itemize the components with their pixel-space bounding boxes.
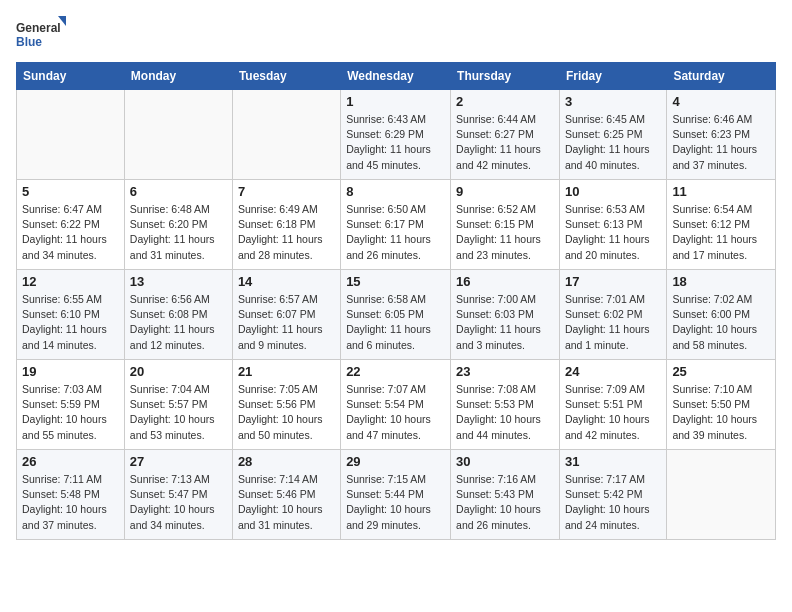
- day-info: Sunrise: 6:55 AM Sunset: 6:10 PM Dayligh…: [22, 292, 119, 353]
- calendar-header: SundayMondayTuesdayWednesdayThursdayFrid…: [17, 63, 776, 90]
- day-of-week-monday: Monday: [124, 63, 232, 90]
- calendar-cell: 22Sunrise: 7:07 AM Sunset: 5:54 PM Dayli…: [341, 360, 451, 450]
- calendar-week-row: 12Sunrise: 6:55 AM Sunset: 6:10 PM Dayli…: [17, 270, 776, 360]
- svg-text:General: General: [16, 21, 61, 35]
- day-number: 11: [672, 184, 770, 199]
- calendar-cell: 25Sunrise: 7:10 AM Sunset: 5:50 PM Dayli…: [667, 360, 776, 450]
- calendar-table: SundayMondayTuesdayWednesdayThursdayFrid…: [16, 62, 776, 540]
- calendar-cell: 12Sunrise: 6:55 AM Sunset: 6:10 PM Dayli…: [17, 270, 125, 360]
- calendar-cell: [17, 90, 125, 180]
- calendar-cell: 5Sunrise: 6:47 AM Sunset: 6:22 PM Daylig…: [17, 180, 125, 270]
- day-info: Sunrise: 7:08 AM Sunset: 5:53 PM Dayligh…: [456, 382, 554, 443]
- day-info: Sunrise: 7:02 AM Sunset: 6:00 PM Dayligh…: [672, 292, 770, 353]
- day-info: Sunrise: 6:50 AM Sunset: 6:17 PM Dayligh…: [346, 202, 445, 263]
- calendar-cell: 30Sunrise: 7:16 AM Sunset: 5:43 PM Dayli…: [451, 450, 560, 540]
- calendar-week-row: 26Sunrise: 7:11 AM Sunset: 5:48 PM Dayli…: [17, 450, 776, 540]
- day-info: Sunrise: 6:48 AM Sunset: 6:20 PM Dayligh…: [130, 202, 227, 263]
- calendar-cell: 24Sunrise: 7:09 AM Sunset: 5:51 PM Dayli…: [559, 360, 666, 450]
- day-number: 19: [22, 364, 119, 379]
- day-number: 2: [456, 94, 554, 109]
- day-info: Sunrise: 6:46 AM Sunset: 6:23 PM Dayligh…: [672, 112, 770, 173]
- day-info: Sunrise: 7:16 AM Sunset: 5:43 PM Dayligh…: [456, 472, 554, 533]
- day-number: 30: [456, 454, 554, 469]
- day-number: 23: [456, 364, 554, 379]
- day-number: 7: [238, 184, 335, 199]
- day-info: Sunrise: 7:15 AM Sunset: 5:44 PM Dayligh…: [346, 472, 445, 533]
- day-info: Sunrise: 7:07 AM Sunset: 5:54 PM Dayligh…: [346, 382, 445, 443]
- general-blue-logo-icon: General Blue: [16, 16, 66, 52]
- calendar-week-row: 1Sunrise: 6:43 AM Sunset: 6:29 PM Daylig…: [17, 90, 776, 180]
- day-info: Sunrise: 7:03 AM Sunset: 5:59 PM Dayligh…: [22, 382, 119, 443]
- day-number: 17: [565, 274, 661, 289]
- day-number: 31: [565, 454, 661, 469]
- calendar-cell: 31Sunrise: 7:17 AM Sunset: 5:42 PM Dayli…: [559, 450, 666, 540]
- svg-text:Blue: Blue: [16, 35, 42, 49]
- day-number: 13: [130, 274, 227, 289]
- calendar-cell: 11Sunrise: 6:54 AM Sunset: 6:12 PM Dayli…: [667, 180, 776, 270]
- days-of-week-row: SundayMondayTuesdayWednesdayThursdayFrid…: [17, 63, 776, 90]
- day-info: Sunrise: 7:11 AM Sunset: 5:48 PM Dayligh…: [22, 472, 119, 533]
- day-number: 28: [238, 454, 335, 469]
- day-of-week-saturday: Saturday: [667, 63, 776, 90]
- day-info: Sunrise: 6:57 AM Sunset: 6:07 PM Dayligh…: [238, 292, 335, 353]
- day-of-week-tuesday: Tuesday: [232, 63, 340, 90]
- day-info: Sunrise: 6:45 AM Sunset: 6:25 PM Dayligh…: [565, 112, 661, 173]
- day-info: Sunrise: 7:10 AM Sunset: 5:50 PM Dayligh…: [672, 382, 770, 443]
- day-of-week-sunday: Sunday: [17, 63, 125, 90]
- day-info: Sunrise: 7:13 AM Sunset: 5:47 PM Dayligh…: [130, 472, 227, 533]
- calendar-week-row: 5Sunrise: 6:47 AM Sunset: 6:22 PM Daylig…: [17, 180, 776, 270]
- calendar-cell: 29Sunrise: 7:15 AM Sunset: 5:44 PM Dayli…: [341, 450, 451, 540]
- calendar-week-row: 19Sunrise: 7:03 AM Sunset: 5:59 PM Dayli…: [17, 360, 776, 450]
- day-info: Sunrise: 6:47 AM Sunset: 6:22 PM Dayligh…: [22, 202, 119, 263]
- day-number: 21: [238, 364, 335, 379]
- day-info: Sunrise: 7:00 AM Sunset: 6:03 PM Dayligh…: [456, 292, 554, 353]
- calendar-cell: 16Sunrise: 7:00 AM Sunset: 6:03 PM Dayli…: [451, 270, 560, 360]
- day-of-week-wednesday: Wednesday: [341, 63, 451, 90]
- day-number: 1: [346, 94, 445, 109]
- calendar-cell: 8Sunrise: 6:50 AM Sunset: 6:17 PM Daylig…: [341, 180, 451, 270]
- page-header: General Blue: [16, 16, 776, 52]
- day-info: Sunrise: 6:58 AM Sunset: 6:05 PM Dayligh…: [346, 292, 445, 353]
- day-number: 14: [238, 274, 335, 289]
- day-number: 6: [130, 184, 227, 199]
- calendar-cell: 23Sunrise: 7:08 AM Sunset: 5:53 PM Dayli…: [451, 360, 560, 450]
- day-info: Sunrise: 6:56 AM Sunset: 6:08 PM Dayligh…: [130, 292, 227, 353]
- calendar-cell: 4Sunrise: 6:46 AM Sunset: 6:23 PM Daylig…: [667, 90, 776, 180]
- calendar-cell: 18Sunrise: 7:02 AM Sunset: 6:00 PM Dayli…: [667, 270, 776, 360]
- day-number: 25: [672, 364, 770, 379]
- day-number: 18: [672, 274, 770, 289]
- calendar-cell: [667, 450, 776, 540]
- calendar-cell: 13Sunrise: 6:56 AM Sunset: 6:08 PM Dayli…: [124, 270, 232, 360]
- calendar-cell: 9Sunrise: 6:52 AM Sunset: 6:15 PM Daylig…: [451, 180, 560, 270]
- day-number: 15: [346, 274, 445, 289]
- day-info: Sunrise: 6:54 AM Sunset: 6:12 PM Dayligh…: [672, 202, 770, 263]
- day-number: 22: [346, 364, 445, 379]
- day-number: 5: [22, 184, 119, 199]
- day-number: 12: [22, 274, 119, 289]
- day-info: Sunrise: 7:09 AM Sunset: 5:51 PM Dayligh…: [565, 382, 661, 443]
- day-of-week-thursday: Thursday: [451, 63, 560, 90]
- logo: General Blue: [16, 16, 66, 52]
- day-info: Sunrise: 7:05 AM Sunset: 5:56 PM Dayligh…: [238, 382, 335, 443]
- day-info: Sunrise: 6:44 AM Sunset: 6:27 PM Dayligh…: [456, 112, 554, 173]
- day-info: Sunrise: 7:14 AM Sunset: 5:46 PM Dayligh…: [238, 472, 335, 533]
- day-number: 20: [130, 364, 227, 379]
- calendar-cell: 7Sunrise: 6:49 AM Sunset: 6:18 PM Daylig…: [232, 180, 340, 270]
- day-number: 9: [456, 184, 554, 199]
- day-number: 26: [22, 454, 119, 469]
- day-number: 27: [130, 454, 227, 469]
- day-number: 3: [565, 94, 661, 109]
- calendar-cell: 15Sunrise: 6:58 AM Sunset: 6:05 PM Dayli…: [341, 270, 451, 360]
- calendar-cell: 21Sunrise: 7:05 AM Sunset: 5:56 PM Dayli…: [232, 360, 340, 450]
- calendar-cell: [124, 90, 232, 180]
- calendar-cell: 2Sunrise: 6:44 AM Sunset: 6:27 PM Daylig…: [451, 90, 560, 180]
- day-of-week-friday: Friday: [559, 63, 666, 90]
- day-info: Sunrise: 6:52 AM Sunset: 6:15 PM Dayligh…: [456, 202, 554, 263]
- calendar-cell: 10Sunrise: 6:53 AM Sunset: 6:13 PM Dayli…: [559, 180, 666, 270]
- day-info: Sunrise: 7:04 AM Sunset: 5:57 PM Dayligh…: [130, 382, 227, 443]
- calendar-cell: 26Sunrise: 7:11 AM Sunset: 5:48 PM Dayli…: [17, 450, 125, 540]
- day-number: 4: [672, 94, 770, 109]
- calendar-cell: 3Sunrise: 6:45 AM Sunset: 6:25 PM Daylig…: [559, 90, 666, 180]
- day-number: 29: [346, 454, 445, 469]
- day-info: Sunrise: 7:17 AM Sunset: 5:42 PM Dayligh…: [565, 472, 661, 533]
